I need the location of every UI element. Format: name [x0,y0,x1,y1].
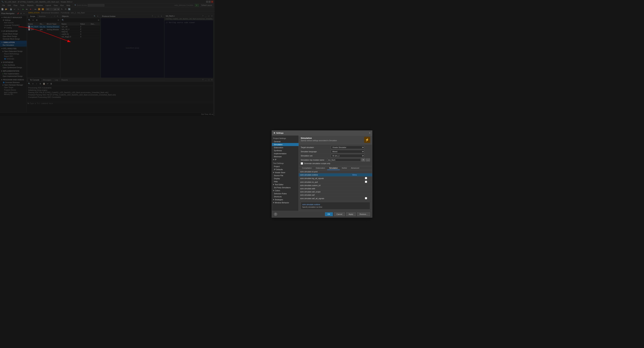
modal-overlay: ⚙ Settings × Project Settings General Si… [0,0,214,116]
